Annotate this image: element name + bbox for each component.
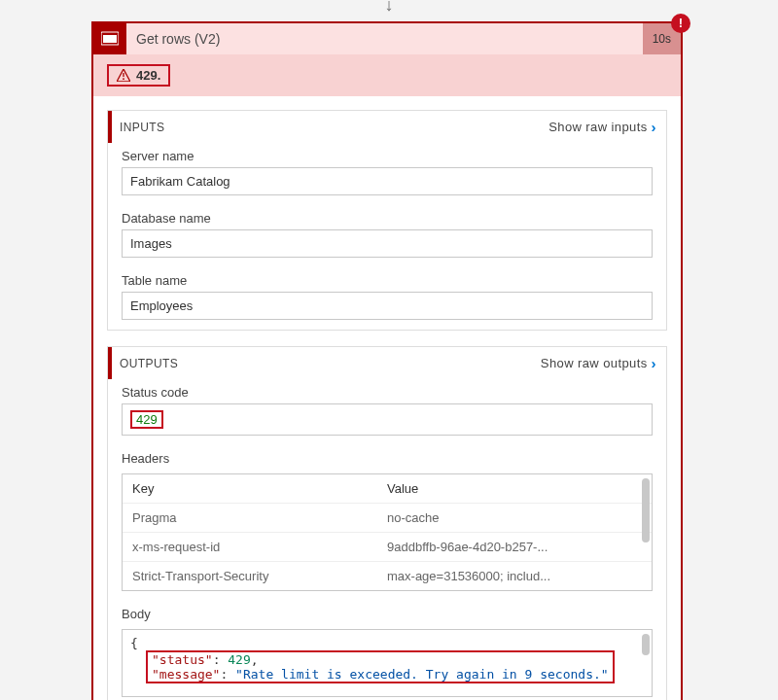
- body-line: {: [130, 636, 644, 650]
- inputs-panel: INPUTS Show raw inputs › Server name Fab…: [107, 110, 667, 331]
- chevron-right-icon: ›: [652, 119, 656, 135]
- warning-icon: [117, 69, 130, 82]
- card-title: Get rows (V2): [126, 23, 230, 54]
- database-name-label: Database name: [122, 211, 653, 226]
- database-name-value[interactable]: Images: [122, 229, 653, 258]
- error-row: 429.: [93, 54, 681, 96]
- show-raw-outputs-label: Show raw outputs: [541, 356, 648, 370]
- outputs-panel: OUTPUTS Show raw outputs › Status code 4…: [107, 346, 667, 700]
- body-highlight: "status": 429, "message": "Rate limit is…: [146, 650, 615, 683]
- body-label: Body: [122, 607, 653, 621]
- server-name-value[interactable]: Fabrikam Catalog: [122, 167, 653, 195]
- headers-key-col: Key: [132, 481, 387, 496]
- scrollbar[interactable]: [642, 634, 650, 655]
- action-card: ! Get rows (V2) 10s 429. INPUTS: [91, 21, 683, 700]
- arrow-down-icon: ↓: [385, 0, 394, 12]
- chevron-right-icon: ›: [652, 355, 656, 371]
- outputs-heading: OUTPUTS: [120, 357, 178, 370]
- show-raw-inputs-link[interactable]: Show raw inputs ›: [548, 119, 656, 135]
- server-name-label: Server name: [122, 149, 653, 163]
- error-code-text: 429.: [136, 68, 160, 83]
- headers-label: Headers: [122, 451, 653, 466]
- inputs-heading: INPUTS: [120, 121, 164, 134]
- headers-table-head: Key Value: [123, 474, 652, 503]
- sql-icon: [93, 23, 126, 54]
- status-code-value: 429: [130, 410, 163, 429]
- error-badge-icon: !: [671, 14, 690, 33]
- table-row: Strict-Transport-Security max-age=315360…: [123, 561, 652, 590]
- status-code-box[interactable]: 429: [122, 403, 653, 436]
- body-box[interactable]: { "status": 429, "message": "Rate limit …: [122, 629, 653, 697]
- show-raw-outputs-link[interactable]: Show raw outputs ›: [541, 355, 656, 371]
- table-name-label: Table name: [122, 273, 653, 288]
- table-name-value[interactable]: Employees: [122, 292, 653, 320]
- error-code-chip: 429.: [107, 64, 170, 87]
- table-row: Pragma no-cache: [123, 503, 652, 532]
- show-raw-inputs-label: Show raw inputs: [548, 120, 647, 134]
- table-row: x-ms-request-id 9addbffb-96ae-4d20-b257-…: [123, 532, 652, 561]
- status-code-label: Status code: [122, 385, 653, 400]
- headers-value-col: Value: [387, 481, 642, 496]
- svg-rect-1: [103, 35, 117, 43]
- scrollbar[interactable]: [642, 478, 650, 542]
- svg-point-3: [123, 78, 124, 80]
- headers-table[interactable]: Key Value Pragma no-cache x-ms-request-i…: [122, 473, 653, 591]
- card-header[interactable]: Get rows (V2) 10s: [93, 23, 681, 54]
